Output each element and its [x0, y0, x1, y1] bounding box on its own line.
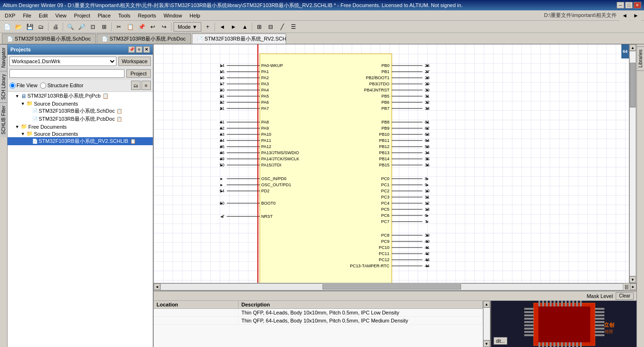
scroll-track[interactable] [629, 51, 636, 276]
tree-source-docs2[interactable]: ▼ 📁 Source Documents [8, 130, 153, 137]
redo-btn[interactable]: ↪ [159, 22, 169, 32]
horiz-scroll-thumb[interactable] [322, 284, 461, 289]
svg-rect-207 [524, 311, 534, 313]
bscroll-track[interactable] [483, 307, 490, 340]
svg-text:NRST: NRST [261, 214, 273, 219]
bottom-vscroll[interactable]: ▲ ▼ [483, 301, 490, 347]
tab-icon-pcb: 📄 [102, 36, 107, 41]
bscroll-down[interactable]: ▼ [483, 340, 490, 347]
nav-back-btn[interactable]: ◄ [619, 10, 630, 21]
view-icon2[interactable]: ≡ [141, 81, 151, 90]
zoom-select-btn[interactable]: ⊞ [99, 22, 109, 32]
menu-edit[interactable]: Edit [35, 12, 51, 19]
svg-rect-242 [561, 342, 563, 347]
close-panel-btn[interactable]: ✕ [143, 46, 150, 53]
snap-btn[interactable]: ⊟ [265, 22, 276, 32]
vertical-scrollbar[interactable]: ▲ ▼ [629, 44, 636, 283]
scroll-right-btn[interactable]: ► [630, 283, 636, 290]
svg-text:PB14: PB14 [379, 157, 389, 161]
main-container: Navigator SCH Library SCHLIB Filter Proj… [0, 44, 644, 347]
edit-button[interactable]: dit... [494, 337, 507, 345]
workspace-select[interactable]: Workspace1.DsnWrk [9, 57, 116, 66]
menu-help[interactable]: Help [186, 12, 204, 19]
mode-btn[interactable]: Mode ▼ [173, 22, 201, 32]
schlib-filter-tab[interactable]: SCHLIB Filter [0, 102, 7, 137]
svg-rect-240 [553, 342, 555, 347]
svg-text:PC6: PC6 [381, 213, 389, 218]
svg-text:PB2/BOOT1: PB2/BOOT1 [366, 75, 389, 80]
left-side-tabs: Navigator SCH Library SCHLIB Filter [0, 44, 8, 347]
save-all-btn[interactable]: 🗂 [36, 22, 46, 32]
misc-btn[interactable]: ☰ [288, 22, 298, 32]
menu-view[interactable]: View [51, 12, 70, 19]
svg-rect-210 [524, 321, 534, 323]
move-left-btn[interactable]: ◄ [217, 22, 227, 32]
file-view-radio[interactable]: File View [9, 83, 37, 89]
paste-btn[interactable]: 📌 [136, 22, 147, 32]
schematic-canvas[interactable]: 14 PA0-WKUP ► 15 PA1 ► 16 PA2 ► 17 PA3 ► [154, 44, 629, 283]
svg-rect-213 [524, 331, 534, 333]
title-text: Altium Designer Winter 09 - D:\重要文件\impo… [3, 2, 617, 9]
tree-project[interactable]: ▼ 🖥 STM32F103RB最小系统.PrjPcb 📋 [8, 92, 153, 100]
menu-btn[interactable]: ≡ [136, 46, 142, 53]
new-btn[interactable]: 📄 [2, 22, 12, 32]
tree-free-docs[interactable]: ▼ 📁 Free Documents [8, 123, 153, 130]
save-btn[interactable]: 💾 [25, 22, 35, 32]
project-label: STM32F103RB最小系统.PrjPcb [27, 92, 100, 99]
tab-schlib[interactable]: 📄 STM32F103RB最小系统_RV2.SCHLIB * [192, 33, 286, 44]
menu-place[interactable]: Place [94, 12, 115, 19]
menu-project[interactable]: Project [70, 12, 94, 19]
tree-schdoc[interactable]: 📄 STM32F103RB最小系统.SchDoc 📋 [8, 107, 153, 115]
horiz-scroll-track[interactable] [160, 283, 623, 290]
menu-window[interactable]: Window [160, 12, 186, 19]
libraries-tab[interactable]: Libraries [636, 46, 644, 71]
search-input[interactable] [9, 69, 124, 78]
menu-tools[interactable]: Tools [115, 12, 134, 19]
scroll-left-btn[interactable]: ◄ [154, 283, 160, 290]
menu-dxp[interactable]: DXP [1, 12, 19, 19]
maximize-button[interactable]: □ [625, 2, 633, 8]
cut-btn[interactable]: ✂ [114, 22, 124, 32]
svg-rect-235 [580, 301, 582, 306]
zoom-out-btn[interactable]: 🔎 [76, 22, 87, 32]
pin-btn[interactable]: 📌 [128, 46, 135, 53]
undo-btn[interactable]: ↩ [148, 22, 158, 32]
scroll-up-btn[interactable]: ▲ [629, 44, 636, 51]
navigator-tab[interactable]: Navigator [0, 44, 7, 71]
print-btn[interactable]: 🖨 [50, 22, 61, 32]
open-btn[interactable]: 📂 [13, 22, 24, 32]
svg-text:►: ► [220, 183, 223, 187]
copy-btn[interactable]: 📋 [125, 22, 135, 32]
scroll-down-btn[interactable]: ▼ [629, 276, 636, 283]
svg-text:►: ► [426, 88, 429, 92]
view-icon1[interactable]: 🗂 [131, 81, 140, 90]
projects-panel: Projects 📌 ≡ ✕ Workspace1.DsnWrk Workspa… [8, 44, 154, 347]
tab-pcbdoc[interactable]: 📄 STM32F103RB最小系统.PcbDoc [97, 33, 190, 44]
project-button[interactable]: Project [126, 69, 151, 78]
bscroll-up[interactable]: ▲ [483, 301, 490, 307]
zoom-in-btn[interactable]: 🔍 [65, 22, 75, 32]
line-btn[interactable]: ╱ [277, 22, 287, 32]
clear-button[interactable]: Clear [616, 292, 634, 300]
menu-reports[interactable]: Reports [134, 12, 160, 19]
add-btn[interactable]: + [202, 22, 213, 32]
svg-text:►: ► [426, 82, 429, 86]
nav-forward-btn[interactable]: ► [631, 10, 641, 21]
tree-source-docs[interactable]: ▼ 📁 Source Documents [8, 100, 153, 107]
move-up-btn[interactable]: ▲ [239, 22, 250, 32]
menu-file[interactable]: File [19, 12, 35, 19]
move-right-btn[interactable]: ► [228, 22, 239, 32]
svg-text:PC3: PC3 [381, 195, 389, 199]
tree-pcbdoc[interactable]: 📄 STM32F103RB最小系统.PcbDoc 📋 [8, 115, 153, 123]
scroll-thumb[interactable] [630, 63, 636, 107]
structure-editor-radio[interactable]: Structure Editor [40, 83, 83, 89]
grid-btn[interactable]: ⊞ [254, 22, 264, 32]
workspace-button[interactable]: Workspace [118, 57, 151, 66]
tree-schlib[interactable]: 📄 STM32F103RB最小系统_RV2.SCHLIB 📋 [8, 137, 153, 145]
svg-text:PA12: PA12 [261, 144, 271, 149]
tab-schdoc[interactable]: 📄 STM32F103RB最小系统.SchDoc [2, 33, 96, 44]
sch-library-tab[interactable]: SCH Library [0, 71, 7, 102]
zoom-fit-btn[interactable]: ⊡ [88, 22, 98, 32]
minimize-button[interactable]: ─ [617, 2, 624, 8]
close-button[interactable]: ✕ [634, 2, 641, 8]
